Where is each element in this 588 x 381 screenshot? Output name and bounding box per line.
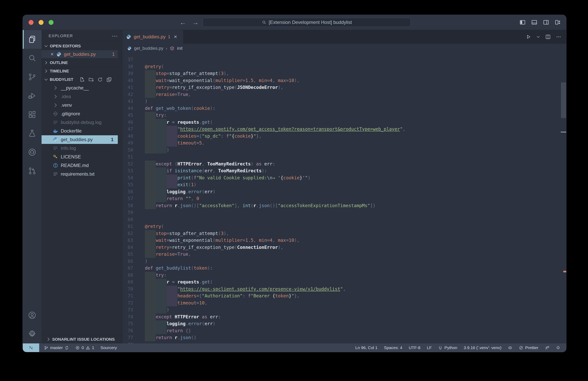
tree-item-LICENSE[interactable]: LICENSE — [42, 152, 118, 161]
breadcrumb-symbol[interactable]: init — [177, 46, 183, 51]
status-encoding[interactable]: UTF-8 — [409, 345, 420, 350]
navigate-forward-button[interactable]: → — [192, 19, 199, 26]
section-buddylist[interactable]: BUDDYLIST — [42, 75, 122, 84]
activity-extensions[interactable] — [23, 105, 42, 124]
line-number[interactable]: 38 — [122, 63, 133, 70]
line-number[interactable]: 57 — [122, 195, 133, 202]
line-number[interactable]: 46 — [122, 119, 133, 126]
status-git-branch[interactable]: master — [44, 345, 69, 350]
tree-item-.gitignore[interactable]: .gitignore — [42, 110, 118, 118]
line-number[interactable]: 37 — [122, 56, 133, 63]
line-number[interactable]: 47 — [122, 126, 133, 133]
more-actions-icon[interactable]: ⋯ — [112, 33, 118, 39]
section-timeline[interactable]: TIMELINE — [42, 67, 122, 75]
close-tab-icon[interactable]: × — [174, 34, 177, 39]
line-number[interactable]: 40 — [122, 77, 133, 84]
line-number[interactable]: 48 — [122, 133, 133, 140]
activity-run-debug[interactable] — [23, 86, 42, 105]
open-editor-item[interactable]: × get_buddies.py 1 — [42, 50, 118, 58]
line-number[interactable]: 73 — [122, 306, 133, 313]
status-feedback[interactable] — [545, 345, 549, 350]
line-number[interactable]: 68 — [122, 272, 133, 279]
line-number[interactable]: 69 — [122, 279, 133, 286]
layout-grid-icon[interactable] — [554, 19, 561, 26]
breadcrumb-file[interactable]: get_buddies.py — [134, 46, 163, 51]
line-number[interactable]: 62 — [122, 230, 133, 237]
line-number[interactable]: 59 — [122, 209, 133, 216]
line-number[interactable]: 49 — [122, 140, 133, 147]
tree-item-Dockerfile[interactable]: Dockerfile — [42, 127, 118, 135]
status-copilot[interactable] — [508, 345, 512, 350]
line-number[interactable]: 44 — [122, 105, 133, 112]
close-window-button[interactable] — [29, 20, 34, 25]
navigate-back-button[interactable]: ← — [180, 19, 186, 26]
line-number[interactable]: 42 — [122, 91, 133, 98]
status-prettier[interactable]: Prettier — [519, 345, 538, 350]
chev-down-icon[interactable] — [536, 35, 540, 39]
line-number[interactable]: 54 — [122, 174, 133, 182]
activity-settings-gear[interactable] — [23, 324, 42, 343]
line-number[interactable]: 58 — [122, 202, 133, 209]
status-problems[interactable]: 01 — [75, 345, 94, 350]
line-number[interactable]: 72 — [122, 300, 133, 306]
line-number[interactable]: 52 — [122, 161, 133, 168]
line-number[interactable]: 56 — [122, 188, 133, 195]
line-number[interactable]: 61 — [122, 223, 133, 230]
close-editor-icon[interactable]: × — [51, 52, 54, 57]
ellipsis-icon[interactable] — [556, 34, 562, 40]
status-python-interpreter[interactable]: 3.9.16 ('.venv': venv) — [464, 345, 501, 350]
line-number[interactable]: 76 — [122, 327, 133, 334]
refresh-icon[interactable] — [97, 77, 103, 82]
tree-item-.idea[interactable]: .idea — [42, 92, 118, 101]
line-number[interactable]: 66 — [122, 258, 133, 265]
line-number[interactable]: 45 — [122, 112, 133, 119]
line-number[interactable]: 63 — [122, 237, 133, 244]
activity-files[interactable] — [23, 30, 42, 49]
tree-item-README.md[interactable]: README.md — [42, 161, 118, 170]
line-number[interactable]: 77 — [122, 334, 133, 341]
line-number[interactable]: 64 — [122, 244, 133, 251]
remote-indicator[interactable] — [23, 343, 39, 352]
line-number[interactable]: 53 — [122, 167, 133, 174]
activity-search[interactable] — [23, 49, 42, 68]
layout-sidebar-icon[interactable] — [519, 19, 526, 26]
activity-source-control[interactable] — [23, 68, 42, 86]
new-folder-icon[interactable] — [88, 77, 94, 82]
line-number[interactable]: 41 — [122, 84, 133, 91]
status-sourcery[interactable]: Sourcery — [101, 345, 117, 350]
line-number[interactable]: 78 — [122, 341, 133, 343]
line-number[interactable]: 39 — [122, 70, 133, 77]
section-sonarlint[interactable]: SONARLINT ISSUE LOCATIONS — [42, 335, 122, 343]
line-number[interactable]: 60 — [122, 216, 133, 223]
tree-item-__pycache__[interactable]: __pycache__ — [42, 84, 118, 92]
tree-item-buddylist-debug.log[interactable]: buddylist-debug.log — [42, 118, 118, 127]
code-editor[interactable]: 37 38 @retry( 39 stop=stop_after_attempt… — [122, 53, 566, 343]
line-number[interactable]: 50 — [122, 147, 133, 154]
status-eol[interactable]: LF — [427, 345, 432, 350]
status-indentation[interactable]: Spaces: 4 — [384, 345, 402, 350]
status-notifications[interactable] — [556, 345, 560, 350]
line-number[interactable]: 43 — [122, 98, 133, 105]
tree-item-.venv[interactable]: .venv — [42, 101, 118, 110]
run-file-icon[interactable] — [525, 34, 531, 40]
line-number[interactable]: 70 — [122, 286, 133, 293]
line-number[interactable]: 71 — [122, 292, 133, 300]
activity-github[interactable] — [23, 143, 42, 162]
layout-panel-icon[interactable] — [531, 19, 538, 26]
line-number[interactable]: 74 — [122, 313, 133, 321]
split-icon[interactable] — [545, 34, 551, 40]
section-open-editors[interactable]: OPEN EDITORS — [42, 42, 122, 50]
line-number[interactable]: 51 — [122, 153, 133, 161]
status-cursor-position[interactable]: Ln 96, Col 1 — [355, 345, 378, 350]
line-number[interactable]: 67 — [122, 265, 133, 272]
minimize-window-button[interactable] — [39, 20, 43, 25]
activity-pull-request[interactable] — [23, 162, 42, 180]
activity-account[interactable] — [23, 306, 42, 324]
zoom-window-button[interactable] — [49, 20, 54, 25]
tree-item-requirements.txt[interactable]: requirements.txt — [42, 170, 118, 178]
command-center-search[interactable]: [Extension Development Host] buddylist — [203, 18, 411, 27]
tree-item-info.log[interactable]: info.log — [42, 144, 118, 152]
collapse-all-icon[interactable] — [106, 77, 112, 82]
tab-get-buddies[interactable]: get_buddies.py 1 × — [122, 30, 184, 44]
editor-scrollbar[interactable] — [561, 53, 566, 343]
